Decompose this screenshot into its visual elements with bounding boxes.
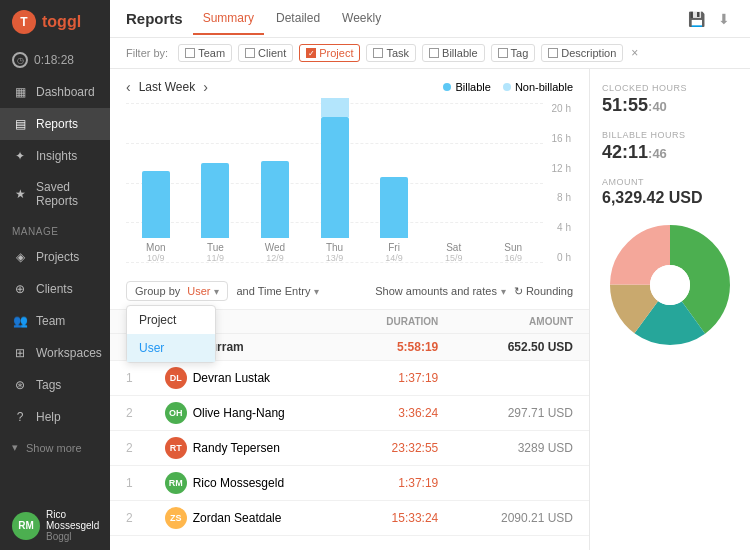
row-duration: 15:33:24 bbox=[346, 501, 455, 536]
sidebar-item-workspaces[interactable]: ⊞ Workspaces bbox=[0, 337, 110, 369]
filter-client[interactable]: Client bbox=[238, 44, 293, 62]
filter-by-label: Filter by: bbox=[126, 47, 168, 59]
pie-center bbox=[650, 265, 690, 305]
row-person: OH Olive Hang-Nang bbox=[165, 402, 330, 424]
app-logo[interactable]: T toggl bbox=[0, 0, 110, 44]
star-icon: ★ bbox=[12, 186, 28, 202]
sidebar-label-dashboard: Dashboard bbox=[36, 85, 95, 99]
manage-section-label: MANAGE bbox=[0, 216, 110, 241]
user-name: Rico Mossesgeld bbox=[46, 509, 99, 531]
sidebar-item-reports[interactable]: ▤ Reports bbox=[0, 108, 110, 140]
bar-day-label-sat: Sat bbox=[446, 242, 461, 253]
time-entry-label: and Time Entry bbox=[236, 285, 310, 297]
filter-clear-button[interactable]: × bbox=[631, 46, 638, 60]
col-amount: AMOUNT bbox=[454, 310, 589, 334]
person-avatar: DL bbox=[165, 367, 187, 389]
sidebar-item-help[interactable]: ? Help bbox=[0, 401, 110, 433]
chevron-down-icon: ▾ bbox=[12, 441, 18, 454]
filter-description[interactable]: Description bbox=[541, 44, 623, 62]
group-by-option-user[interactable]: User bbox=[127, 334, 215, 362]
filter-task[interactable]: Task bbox=[366, 44, 416, 62]
billable-label: BILLABLE HOURS bbox=[602, 130, 738, 140]
filter-team[interactable]: Team bbox=[178, 44, 232, 62]
sidebar-item-team[interactable]: 👥 Team bbox=[0, 305, 110, 337]
show-amounts-arrow-icon: ▾ bbox=[501, 286, 506, 297]
amount-label: AMOUNT bbox=[602, 177, 738, 187]
col-duration: DURATION bbox=[346, 310, 455, 334]
bar-day-label-sun: Sun bbox=[504, 242, 522, 253]
next-week-button[interactable]: › bbox=[203, 79, 208, 95]
group-by-dropdown[interactable]: Group by User ▾ bbox=[126, 281, 228, 301]
filter-bar: Filter by: Team Client ✓ Project Task Bi… bbox=[110, 38, 750, 69]
sidebar-show-more[interactable]: ▾ Show more bbox=[0, 433, 110, 462]
sidebar-item-clients[interactable]: ⊕ Clients bbox=[0, 273, 110, 305]
row-duration: 1:37:19 bbox=[346, 466, 455, 501]
group-by-option-project[interactable]: Project bbox=[127, 306, 215, 334]
filter-task-check bbox=[373, 48, 383, 58]
table-row: 1 RM Rico Mossesgeld 1:37:19 bbox=[110, 466, 589, 501]
group-by-wrapper: Group by User ▾ Project User bbox=[126, 281, 228, 301]
billable-label: Billable bbox=[455, 81, 490, 93]
sidebar-label-team: Team bbox=[36, 314, 65, 328]
filter-project-label: Project bbox=[319, 47, 353, 59]
bar-date-label-wed: 12/9 bbox=[266, 253, 284, 263]
rounding-label: Rounding bbox=[526, 285, 573, 297]
tab-detailed[interactable]: Detailed bbox=[266, 3, 330, 35]
sidebar-item-tags[interactable]: ⊛ Tags bbox=[0, 369, 110, 401]
filter-project[interactable]: ✓ Project bbox=[299, 44, 360, 62]
prev-week-button[interactable]: ‹ bbox=[126, 79, 131, 95]
bar-stack-fri bbox=[380, 98, 408, 238]
chart-header: ‹ Last Week › Billable Non-billable bbox=[126, 79, 573, 95]
sidebar-item-dashboard[interactable]: ▦ Dashboard bbox=[0, 76, 110, 108]
person-avatar: ZS bbox=[165, 507, 187, 529]
filter-team-label: Team bbox=[198, 47, 225, 59]
sidebar-label-projects: Projects bbox=[36, 250, 79, 264]
tab-weekly[interactable]: Weekly bbox=[332, 3, 391, 35]
filter-description-label: Description bbox=[561, 47, 616, 59]
rounding-button[interactable]: ↻ Rounding bbox=[514, 285, 573, 298]
week-label: Last Week bbox=[139, 80, 195, 94]
row-person: RM Rico Mossesgeld bbox=[165, 472, 330, 494]
timer-display[interactable]: ◷ 0:18:28 bbox=[0, 44, 110, 76]
group-by-label: Group by bbox=[135, 285, 180, 297]
row-amount: 2090.21 USD bbox=[454, 501, 589, 536]
team-icon: 👥 bbox=[12, 313, 28, 329]
logo-icon: T bbox=[12, 10, 36, 34]
filter-team-check bbox=[185, 48, 195, 58]
clocked-seconds: :40 bbox=[648, 99, 667, 114]
filter-billable[interactable]: Billable bbox=[422, 44, 484, 62]
bar-billable-tue bbox=[201, 163, 229, 238]
user-profile[interactable]: RM Rico Mossesgeld Boggl bbox=[0, 501, 110, 550]
row-amount: 297.71 USD bbox=[454, 396, 589, 431]
time-entry-select[interactable]: and Time Entry ▾ bbox=[236, 285, 319, 297]
bar-date-label-sat: 15/9 bbox=[445, 253, 463, 263]
row-duration: 23:32:55 bbox=[346, 431, 455, 466]
sidebar-label-help: Help bbox=[36, 410, 61, 424]
bar-date-label-sun: 16/9 bbox=[504, 253, 522, 263]
sidebar-item-saved-reports[interactable]: ★ Saved Reports bbox=[0, 172, 110, 216]
clocked-main: 51:55 bbox=[602, 95, 648, 115]
download-icon[interactable]: ⬇ bbox=[714, 9, 734, 29]
billable-main: 42:11 bbox=[602, 142, 648, 162]
timer-icon: ◷ bbox=[12, 52, 28, 68]
clocked-label: CLOCKED HOURS bbox=[602, 83, 738, 93]
tab-summary[interactable]: Summary bbox=[193, 3, 264, 35]
bar-group-thu: Thu13/9 bbox=[305, 98, 365, 263]
table-body: Client Yurram 5:58:19 652.50 USD 1 DL De… bbox=[110, 334, 589, 536]
sidebar-item-insights[interactable]: ✦ Insights bbox=[0, 140, 110, 172]
bar-group-sun: Sun16/9 bbox=[483, 98, 543, 263]
sidebar-item-projects[interactable]: ◈ Projects bbox=[0, 241, 110, 273]
person-avatar: RM bbox=[165, 472, 187, 494]
filter-project-check: ✓ bbox=[306, 48, 316, 58]
show-amounts-button[interactable]: Show amounts and rates ▾ bbox=[375, 285, 506, 297]
bar-day-label-mon: Mon bbox=[146, 242, 165, 253]
clocked-hours-stat: CLOCKED HOURS 51:55:40 bbox=[602, 83, 738, 116]
person-avatar: RT bbox=[165, 437, 187, 459]
bar-day-label-thu: Thu bbox=[326, 242, 343, 253]
filter-description-check bbox=[548, 48, 558, 58]
filter-tag[interactable]: Tag bbox=[491, 44, 536, 62]
row-name-cell: RT Randy Tepersen bbox=[149, 431, 346, 466]
pie-chart bbox=[602, 225, 738, 345]
save-report-icon[interactable]: 💾 bbox=[686, 9, 706, 29]
reports-icon: ▤ bbox=[12, 116, 28, 132]
